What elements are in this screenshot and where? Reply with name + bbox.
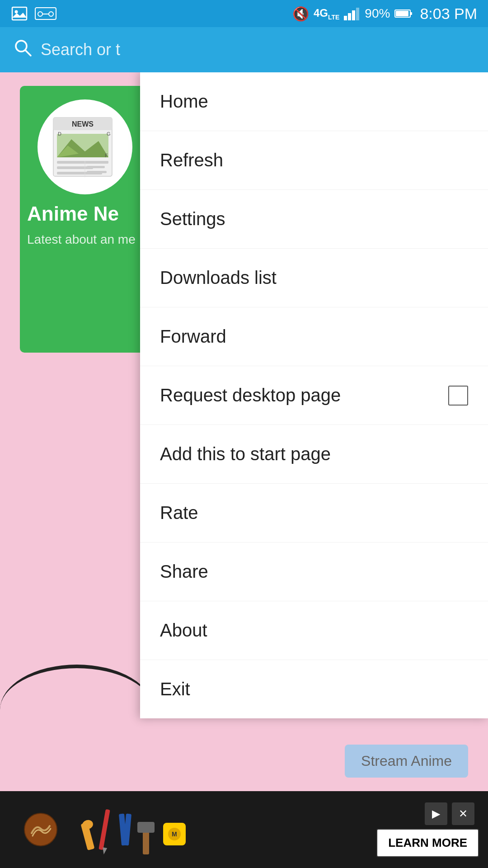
menu-label-refresh: Refresh	[160, 150, 223, 170]
battery-level: 90%	[365, 6, 390, 21]
svg-text:M: M	[172, 830, 177, 838]
menu-item-downloads-list[interactable]: Downloads list	[140, 249, 488, 307]
menu-label-rate: Rate	[160, 503, 198, 523]
menu-item-rate[interactable]: Rate	[140, 484, 488, 542]
menu-item-forward[interactable]: Forward	[140, 307, 488, 366]
image-icon	[11, 5, 28, 22]
menu-item-share[interactable]: Share	[140, 542, 488, 601]
learn-more-button[interactable]: LEARN MORE	[376, 829, 479, 857]
status-bar: 🔇 4GLTE 90% 8:03 PM	[0, 0, 488, 27]
menu-item-about[interactable]: About	[140, 601, 488, 660]
dropdown-overlay[interactable]	[0, 72, 140, 868]
ad-cta-area: ▶ ✕ LEARN MORE	[376, 802, 479, 857]
menu-label-home: Home	[160, 91, 208, 112]
signal-icon	[344, 7, 360, 20]
network-icon: 4GLTE	[314, 7, 339, 21]
address-bar[interactable]: Search or t	[0, 27, 488, 72]
menu-item-request-desktop[interactable]: Request desktop page	[140, 366, 488, 425]
menu-label-request-desktop: Request desktop page	[160, 385, 341, 406]
background-content: NEWS D G F Anime Ne L	[0, 72, 488, 868]
ad-info-icon[interactable]: ▶	[425, 802, 447, 825]
status-bar-right: 🔇 4GLTE 90% 8:03 PM	[292, 5, 477, 23]
dropdown-menu: HomeRefreshSettingsDownloads listForward…	[140, 72, 488, 718]
checkbox-request-desktop[interactable]	[448, 386, 468, 406]
svg-rect-0	[12, 7, 27, 20]
menu-item-add-start[interactable]: Add this to start page	[140, 425, 488, 484]
menu-label-add-start: Add this to start page	[160, 444, 331, 464]
svg-point-1	[15, 10, 18, 14]
menu-label-settings: Settings	[160, 209, 225, 229]
battery-icon	[394, 9, 413, 19]
stream-anime-button[interactable]: Stream Anime	[345, 745, 468, 778]
mute-icon: 🔇	[292, 6, 309, 22]
svg-rect-11	[410, 12, 412, 15]
svg-line-14	[25, 50, 31, 56]
address-input[interactable]: Search or t	[41, 40, 475, 59]
cassette-icon	[34, 6, 57, 21]
menu-item-settings[interactable]: Settings	[140, 190, 488, 249]
status-bar-left	[11, 5, 57, 22]
svg-rect-7	[348, 13, 351, 20]
menu-label-downloads-list: Downloads list	[160, 268, 277, 288]
menu-label-share: Share	[160, 561, 208, 582]
menu-item-refresh[interactable]: Refresh	[140, 131, 488, 190]
svg-point-3	[38, 12, 42, 16]
svg-rect-8	[352, 10, 355, 20]
ad-close-icon[interactable]: ✕	[452, 802, 474, 825]
svg-point-4	[49, 12, 53, 16]
menu-label-exit: Exit	[160, 679, 190, 699]
search-icon	[13, 38, 33, 62]
svg-rect-6	[344, 16, 347, 20]
time-display: 8:03 PM	[420, 5, 477, 23]
svg-rect-9	[356, 8, 359, 20]
menu-label-about: About	[160, 620, 207, 641]
menu-item-exit[interactable]: Exit	[140, 660, 488, 718]
svg-rect-12	[396, 11, 408, 16]
menu-label-forward: Forward	[160, 326, 226, 347]
menu-item-home[interactable]: Home	[140, 72, 488, 131]
